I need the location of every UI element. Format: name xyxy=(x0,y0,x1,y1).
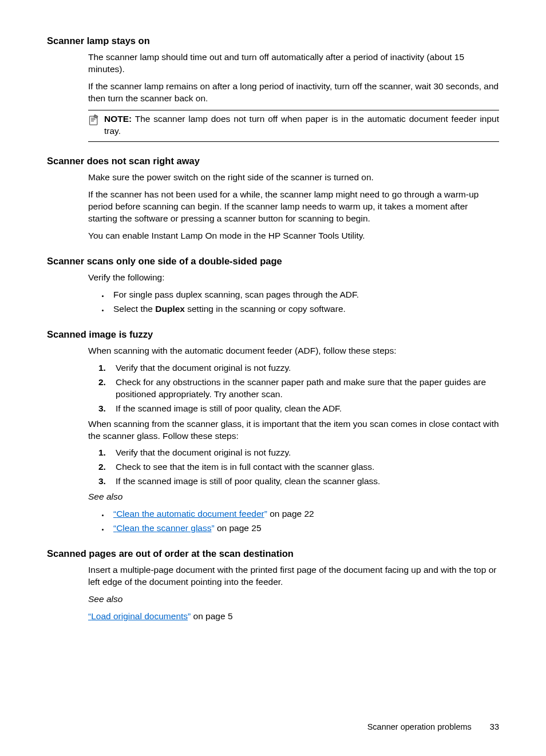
heading-lamp-stays-on: Scanner lamp stays on xyxy=(47,34,499,47)
page-footer: Scanner operation problems 33 xyxy=(367,722,499,733)
page-number: 33 xyxy=(490,722,499,731)
para: You can enable Instant Lamp On mode in t… xyxy=(88,230,499,242)
text: Verify that the document original is not… xyxy=(116,362,499,374)
note-label: NOTE: xyxy=(104,114,132,124)
text: Verify that the document original is not… xyxy=(116,447,499,459)
link-text: Load original documents xyxy=(91,611,188,621)
heading-fuzzy: Scanned image is fuzzy xyxy=(47,328,499,341)
num: 3. xyxy=(98,403,110,415)
list-item: “Clean the automatic document feeder” on… xyxy=(109,508,499,520)
link-clean-glass[interactable]: “Clean the scanner glass xyxy=(113,523,211,533)
list-item: 1.Verify that the document original is n… xyxy=(94,362,499,374)
para: If the scanner lamp remains on after a l… xyxy=(88,81,499,105)
rule xyxy=(88,141,499,142)
link-load-originals[interactable]: “Load original documents xyxy=(88,611,188,621)
body-oneside: Verify the following: For single pass du… xyxy=(47,272,499,315)
text: If the scanned image is still of poor qu… xyxy=(116,403,499,415)
text: setting in the scanning or copy software… xyxy=(185,304,346,314)
num: 2. xyxy=(98,377,110,401)
note-body: The scanner lamp does not turn off when … xyxy=(104,114,499,136)
para: Verify the following: xyxy=(88,272,499,284)
heading-not-scan-right-away: Scanner does not scan right away xyxy=(47,155,499,167)
link-clean-adf[interactable]: “Clean the automatic document feeder xyxy=(113,509,264,518)
para: If the scanner has not been used for a w… xyxy=(88,189,499,225)
heading-out-of-order: Scanned pages are out of order at the sc… xyxy=(47,547,499,560)
text: on page 5 xyxy=(191,611,232,621)
num: 2. xyxy=(98,461,110,473)
text: on page 22 xyxy=(267,509,314,518)
see-also-label: See also xyxy=(88,593,499,605)
heading-one-side: Scanner scans only one side of a double-… xyxy=(47,255,499,267)
body-fuzzy: When scanning with the automatic documen… xyxy=(47,345,499,535)
para: When scanning with the automatic documen… xyxy=(88,345,499,357)
note-box: NOTE: The scanner lamp does not turn off… xyxy=(88,112,499,140)
numbered-list: 1.Verify that the document original is n… xyxy=(94,362,499,415)
bullet-list: For single pass duplex scanning, scan pa… xyxy=(98,289,499,315)
list-item: 3.If the scanned image is still of poor … xyxy=(94,403,499,415)
text: If the scanned image is still of poor qu… xyxy=(116,476,499,488)
text-bold: Duplex xyxy=(155,304,185,314)
body-lamp: The scanner lamp should time out and tur… xyxy=(47,52,499,142)
note-text: NOTE: The scanner lamp does not turn off… xyxy=(104,113,499,137)
para: “Load original documents” on page 5 xyxy=(88,611,499,623)
list-item: Select the Duplex setting in the scannin… xyxy=(109,303,499,315)
para: Make sure the power switch on the right … xyxy=(88,172,499,184)
list-item: 2.Check to see that the item is in full … xyxy=(94,461,499,473)
para: Insert a multiple-page document with the… xyxy=(88,564,499,588)
num: 3. xyxy=(98,476,110,488)
link-text: Clean the automatic document feeder xyxy=(116,509,264,518)
see-also-label: See also xyxy=(88,491,499,503)
text: Check for any obstructions in the scanne… xyxy=(116,377,499,401)
link-text: Clean the scanner glass xyxy=(116,523,211,533)
bullet-list: “Clean the automatic document feeder” on… xyxy=(98,508,499,535)
num: 1. xyxy=(98,362,110,374)
list-item: 2.Check for any obstructions in the scan… xyxy=(94,377,499,401)
text: on page 25 xyxy=(215,523,262,533)
list-item: 1.Verify that the document original is n… xyxy=(94,447,499,459)
body-rightaway: Make sure the power switch on the right … xyxy=(47,172,499,242)
body-order: Insert a multiple-page document with the… xyxy=(47,564,499,623)
rule xyxy=(88,110,499,110)
list-item: 3.If the scanned image is still of poor … xyxy=(94,476,499,488)
num: 1. xyxy=(98,447,110,459)
text: Select the xyxy=(113,304,155,314)
text: Check to see that the item is in full co… xyxy=(116,461,499,473)
note-icon xyxy=(88,113,100,129)
list-item: “Clean the scanner glass” on page 25 xyxy=(109,523,499,535)
page-content: Scanner lamp stays on The scanner lamp s… xyxy=(0,0,546,656)
para: The scanner lamp should time out and tur… xyxy=(88,52,499,76)
para: When scanning from the scanner glass, it… xyxy=(88,418,499,442)
numbered-list: 1.Verify that the document original is n… xyxy=(94,447,499,488)
list-item: For single pass duplex scanning, scan pa… xyxy=(109,289,499,301)
footer-label: Scanner operation problems xyxy=(367,722,472,731)
text: For single pass duplex scanning, scan pa… xyxy=(113,290,359,299)
